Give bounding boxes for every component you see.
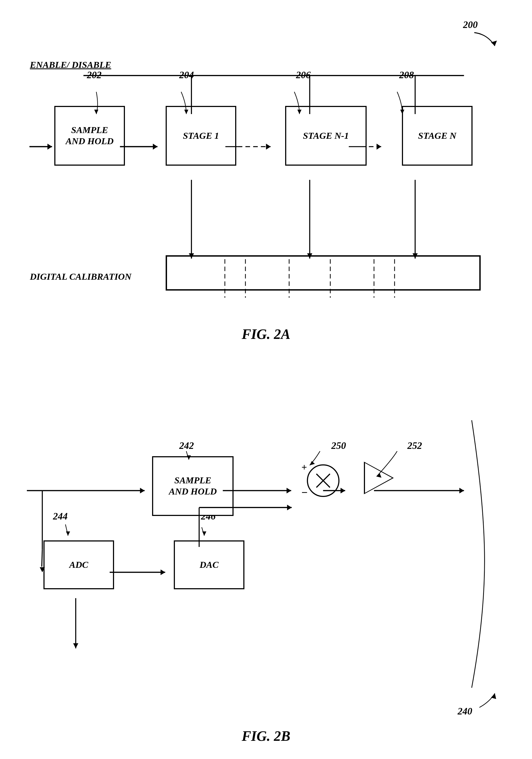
svg-marker-35	[202, 532, 206, 536]
svg-marker-0	[491, 40, 497, 46]
plus-sign: +	[302, 461, 307, 473]
stage1-block: STAGE 1	[166, 106, 236, 166]
svg-marker-38	[491, 693, 496, 699]
svg-marker-18	[377, 144, 381, 150]
fig2a-diagram: 200 ENABLE/ DISABLE 202 204 206 208 SAMP…	[22, 16, 510, 342]
svg-marker-12	[153, 144, 157, 150]
enable-disable-label: ENABLE/ DISABLE	[30, 60, 111, 70]
svg-marker-34	[66, 532, 70, 536]
ref-204: 204	[179, 69, 194, 81]
ref-208: 208	[399, 69, 414, 81]
stageN-block: STAGE N	[402, 106, 472, 166]
ref-252: 252	[407, 440, 422, 451]
digital-calib-block	[166, 255, 481, 291]
amplifier-triangle-inner	[365, 463, 392, 493]
fig2b-label: FIG. 2B	[22, 728, 510, 744]
svg-marker-10	[48, 144, 52, 150]
svg-marker-55	[341, 488, 345, 494]
ref-244: 244	[53, 510, 68, 522]
ref-200: 200	[463, 19, 478, 30]
adc-block: ADC	[43, 540, 114, 589]
dac-block: DAC	[174, 540, 244, 589]
svg-line-41	[42, 550, 42, 567]
svg-marker-51	[287, 505, 292, 510]
svg-marker-15	[266, 144, 271, 150]
svg-marker-46	[287, 488, 291, 494]
fig2b-diagram: 242 244 246 250 252 240 SAMPLE AND HOLD …	[22, 364, 510, 744]
page: 200 ENABLE/ DISABLE 202 204 206 208 SAMP…	[0, 0, 532, 759]
fig2a-label: FIG. 2A	[22, 326, 510, 342]
svg-marker-48	[160, 570, 165, 575]
minus-sign: −	[302, 486, 308, 499]
stageN1-block: STAGE N-1	[285, 106, 367, 166]
ref-206: 206	[296, 69, 311, 81]
sample-hold-block-2a: SAMPLE AND HOLD	[54, 106, 125, 166]
ref-242: 242	[179, 440, 194, 451]
ref-250: 250	[331, 440, 346, 451]
sample-hold-block-2b: SAMPLE AND HOLD	[152, 456, 233, 516]
ref-240: 240	[458, 705, 472, 717]
svg-marker-44	[140, 488, 145, 494]
svg-marker-36	[309, 461, 315, 465]
svg-marker-53	[73, 643, 78, 649]
ref-202: 202	[87, 69, 102, 81]
svg-marker-57	[460, 488, 464, 494]
digital-calibration-label: DIGITAL CALIBRATION	[30, 271, 132, 282]
summing-junction	[307, 464, 340, 497]
